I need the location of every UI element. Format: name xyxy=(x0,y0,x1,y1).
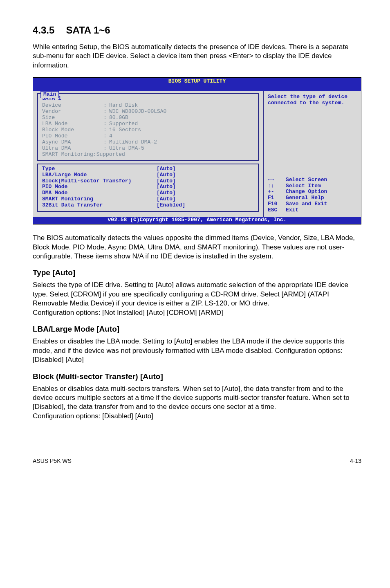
detected-value: Hard Disk xyxy=(109,103,138,109)
detected-colon: : xyxy=(103,139,109,146)
type-paragraph-1: Selects the type of IDE drive. Setting t… xyxy=(33,281,361,308)
footer-left: ASUS P5K WS xyxy=(33,458,72,464)
page-footer: ASUS P5K WS 4-13 xyxy=(33,458,361,464)
option-row: 32Bit Data Transfer[Enabled] xyxy=(42,202,254,209)
detected-row: PIO Mode:4 xyxy=(42,133,254,139)
detected-value: Supported xyxy=(96,152,125,158)
bios-detected-panel: SATA 1 Device:Hard Disk Vendor:WDC WD800… xyxy=(37,93,259,161)
detected-value: MultiWord DMA-2 xyxy=(109,139,157,146)
option-row: DMA Mode[Auto] xyxy=(42,190,254,196)
detected-label: Ultra DMA xyxy=(42,146,103,152)
option-label: Block(Multi-sector Transfer) xyxy=(42,178,157,184)
legend-key: F1 xyxy=(268,195,286,201)
legend-key: ↑↓ xyxy=(268,183,286,189)
option-label: PIO Mode xyxy=(42,184,157,190)
bios-options-panel: Type[Auto] LBA/Large Mode[Auto] Block(Mu… xyxy=(37,164,259,212)
footer-right: 4-13 xyxy=(350,458,361,464)
option-value: [Auto] xyxy=(157,184,176,190)
after-bios-paragraph: The BIOS automatically detects the value… xyxy=(33,233,361,261)
detected-colon: : xyxy=(103,109,109,115)
detected-value: WDC WD800JD-00LSA0 xyxy=(109,109,166,115)
detected-row: Ultra DMA:Ultra DMA-5 xyxy=(42,146,254,152)
bios-right-pane: Select the type of device connected to t… xyxy=(263,91,361,217)
subheading-type: Type [Auto] xyxy=(33,268,361,277)
option-label: Type xyxy=(42,166,157,172)
detected-colon: : xyxy=(93,152,96,158)
detected-row: Vendor:WDC WD800JD-00LSA0 xyxy=(42,109,254,115)
bios-panel-title: SATA 1 xyxy=(42,96,254,102)
detected-colon: : xyxy=(103,103,109,109)
bios-left-pane: SATA 1 Device:Hard Disk Vendor:WDC WD800… xyxy=(33,91,263,217)
bios-footer: v02.58 (C)Copyright 1985-2007, American … xyxy=(33,217,361,224)
legend-label: Exit xyxy=(286,207,298,213)
detected-label: PIO Mode xyxy=(42,133,103,139)
detected-label: Vendor xyxy=(42,109,103,115)
option-value: [Auto] xyxy=(157,178,176,184)
bios-title-bar: BIOS SETUP UTILITY xyxy=(33,78,361,85)
option-row: SMART Monitoring[Auto] xyxy=(42,196,254,202)
subheading-block: Block (Multi-sector Transfer) [Auto] xyxy=(33,372,361,381)
legend-row: ESCExit xyxy=(268,207,357,213)
detected-label: SMART Monitoring xyxy=(42,152,93,158)
detected-value: 16 Sectors xyxy=(109,127,141,133)
legend-key: F10 xyxy=(268,201,286,207)
legend-key: ESC xyxy=(268,207,286,213)
detected-value: 4 xyxy=(109,133,112,139)
option-value: [Auto] xyxy=(157,172,176,178)
option-row: PIO Mode[Auto] xyxy=(42,184,254,190)
detected-value: Ultra DMA-5 xyxy=(109,146,144,152)
detected-colon: : xyxy=(103,146,109,152)
detected-colon: : xyxy=(103,115,109,121)
option-value: [Auto] xyxy=(157,196,176,202)
legend-label: Select Screen xyxy=(286,177,327,183)
legend-label: Select Item xyxy=(286,183,321,189)
bios-legend: ←→Select Screen ↑↓Select Item +-Change O… xyxy=(268,177,357,214)
detected-colon: : xyxy=(103,133,109,139)
option-value: [Enabled] xyxy=(157,202,185,209)
detected-row: Block Mode:16 Sectors xyxy=(42,127,254,133)
detected-row: Size:80.0GB xyxy=(42,115,254,121)
bios-screenshot: BIOS SETUP UTILITY Main SATA 1 Device:Ha… xyxy=(33,77,361,224)
option-value: [Auto] xyxy=(157,190,176,196)
legend-row: +-Change Option xyxy=(268,189,357,195)
option-label: LBA/Large Mode xyxy=(42,172,157,178)
detected-colon: : xyxy=(103,121,109,127)
detected-value: Supported xyxy=(109,121,138,127)
legend-row: F10Save and Exit xyxy=(268,201,357,207)
legend-label: Change Option xyxy=(286,189,327,195)
option-row: Block(Multi-sector Transfer)[Auto] xyxy=(42,178,254,184)
legend-row: ↑↓Select Item xyxy=(268,183,357,189)
bios-tab-main: Main xyxy=(40,91,59,98)
section-heading: 4.3.5SATA 1~6 xyxy=(33,25,361,36)
intro-paragraph: While entering Setup, the BIOS automatic… xyxy=(33,43,361,70)
option-row: LBA/Large Mode[Auto] xyxy=(42,172,254,178)
legend-row: ←→Select Screen xyxy=(268,177,357,183)
bios-menubar: Main xyxy=(33,85,361,91)
legend-label: Save and Exit xyxy=(286,201,327,207)
detected-label: LBA Mode xyxy=(42,121,103,127)
type-paragraph-2: Configuration options: [Not Installed] [… xyxy=(33,308,361,317)
detected-row: LBA Mode:Supported xyxy=(42,121,254,127)
detected-row: SMART Monitoring: Supported xyxy=(42,152,254,158)
option-value: [Auto] xyxy=(157,166,176,172)
bios-title-text: BIOS SETUP UTILITY xyxy=(168,78,226,84)
detected-row: Device:Hard Disk xyxy=(42,103,254,109)
detected-colon: : xyxy=(103,127,109,133)
legend-key: +- xyxy=(268,189,286,195)
option-label: DMA Mode xyxy=(42,190,157,196)
option-label: SMART Monitoring xyxy=(42,196,157,202)
legend-label: General Help xyxy=(286,195,324,201)
detected-label: Async DMA xyxy=(42,139,103,146)
block-paragraph-2: Configuration options: [Disabled] [Auto] xyxy=(33,412,361,421)
section-number: 4.3.5 xyxy=(33,25,54,36)
detected-label: Size xyxy=(42,115,103,121)
detected-label: Device xyxy=(42,103,103,109)
subheading-lba: LBA/Large Mode [Auto] xyxy=(33,325,361,334)
legend-row: F1General Help xyxy=(268,195,357,201)
option-label: 32Bit Data Transfer xyxy=(42,202,157,209)
bios-help-text: Select the type of device connected to t… xyxy=(268,94,357,106)
detected-value: 80.0GB xyxy=(109,115,128,121)
legend-key: ←→ xyxy=(268,177,286,183)
detected-label: Block Mode xyxy=(42,127,103,133)
block-paragraph-1: Enables or disables data multi-sectors t… xyxy=(33,384,361,412)
